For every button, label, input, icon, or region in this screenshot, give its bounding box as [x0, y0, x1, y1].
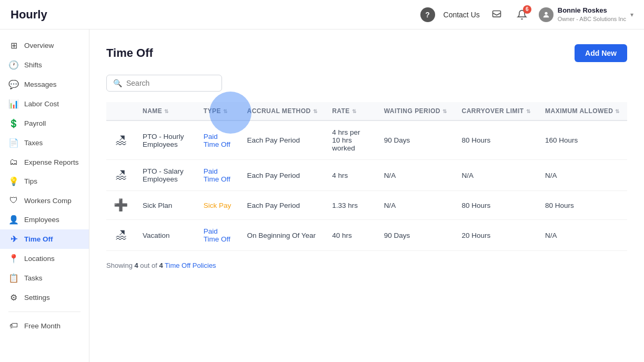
- sidebar-label-messages: Messages: [24, 81, 57, 88]
- row-type: Paid Time Off: [196, 220, 240, 251]
- row-rate: 4 hrs: [325, 160, 376, 191]
- row-carryover-limit: 80 Hours: [455, 191, 538, 220]
- messages-button[interactable]: [488, 6, 505, 23]
- sidebar-item-shifts[interactable]: 🕐Shifts: [0, 55, 89, 75]
- row-waiting-period: N/A: [377, 191, 455, 220]
- sidebar-label-workers-comp: Workers Comp: [24, 197, 72, 205]
- notifications-button[interactable]: 6: [514, 6, 530, 23]
- sidebar-item-overview[interactable]: ⊞Overview: [0, 36, 89, 55]
- footer-count: Showing 4 out of 4 Time Off Policies: [106, 262, 627, 269]
- user-info: Bonnie Roskes Owner - ABC Solutions Inc: [558, 6, 626, 23]
- user-menu[interactable]: Bonnie Roskes Owner - ABC Solutions Inc …: [539, 6, 633, 23]
- sidebar-item-messages[interactable]: 💬Messages: [0, 75, 89, 94]
- sidebar-icon-workers-comp: 🛡: [8, 196, 19, 205]
- col-maximum_allowed[interactable]: MAXIMUM ALLOWED⇅: [538, 102, 627, 120]
- app-header: Hourly ? Contact Us 6 Bonnie Roskes Owne…: [0, 0, 644, 29]
- row-waiting-period: 90 Days: [377, 120, 455, 160]
- user-org: Owner - ABC Solutions Inc: [558, 15, 626, 23]
- sidebar-icon-labor-cost: 📊: [8, 99, 19, 109]
- notification-badge: 6: [523, 5, 531, 14]
- sidebar-item-tasks[interactable]: 📋Tasks: [0, 268, 89, 288]
- sidebar-label-locations: Locations: [24, 255, 55, 263]
- row-accrual-method: On Beginning Of Year: [240, 220, 325, 251]
- sidebar-icon-settings: ⚙: [8, 293, 19, 303]
- sidebar-item-employees[interactable]: 👤Employees: [0, 210, 89, 229]
- page-title-row: Time Off Add New: [106, 44, 627, 62]
- sidebar-item-time-off[interactable]: ✈Time Off: [0, 229, 89, 249]
- col-icon: [106, 102, 135, 120]
- row-icon: 🏖: [115, 228, 127, 242]
- row-icon: 🏖: [115, 134, 127, 147]
- row-type: Sick Pay: [196, 191, 240, 220]
- main-content: Time Off Add New 🔍 NAME⇅TYPE⇅ACCRUAL MET…: [89, 29, 644, 362]
- sidebar-item-workers-comp[interactable]: 🛡Workers Comp: [0, 191, 89, 210]
- contact-us-link[interactable]: Contact Us: [444, 11, 480, 19]
- row-icon-cell: ➕: [106, 191, 135, 220]
- table-row[interactable]: 🏖VacationPaid Time OffOn Beginning Of Ye…: [106, 220, 627, 251]
- sidebar-label-free-month: Free Month: [24, 322, 61, 330]
- row-waiting-period: 90 Days: [377, 220, 455, 251]
- time-off-table: NAME⇅TYPE⇅ACCRUAL METHOD⇅RATE⇅WAITING PE…: [106, 102, 627, 251]
- add-new-button[interactable]: Add New: [575, 44, 627, 62]
- row-rate: 1.33 hrs: [325, 191, 376, 220]
- sidebar-label-taxes: Taxes: [24, 139, 43, 147]
- search-bar: 🔍: [106, 75, 222, 92]
- row-carryover-limit: 20 Hours: [455, 220, 538, 251]
- sidebar-item-expense-reports[interactable]: 🗂Expense Reports: [0, 153, 89, 172]
- row-rate: 40 hrs: [325, 220, 376, 251]
- col-type[interactable]: TYPE⇅: [196, 102, 240, 120]
- table-row[interactable]: 🏖PTO - Salary EmployeesPaid Time OffEach…: [106, 160, 627, 191]
- sidebar-item-taxes[interactable]: 📄Taxes: [0, 133, 89, 153]
- sidebar-icon-taxes: 📄: [8, 138, 19, 148]
- help-icon[interactable]: ?: [420, 7, 435, 22]
- user-name: Bonnie Roskes: [558, 6, 626, 15]
- sidebar-label-employees: Employees: [24, 216, 59, 224]
- sidebar-label-time-off: Time Off: [24, 235, 53, 243]
- row-name: Vacation: [135, 220, 196, 251]
- table-row[interactable]: ➕Sick PlanSick PayEach Pay Period1.33 hr…: [106, 191, 627, 220]
- sidebar-icon-shifts: 🕐: [8, 60, 19, 70]
- col-name[interactable]: NAME⇅: [135, 102, 196, 120]
- header-right: ? Contact Us 6 Bonnie Roskes Owner - ABC…: [420, 6, 633, 23]
- search-icon: 🔍: [113, 79, 122, 87]
- table-row[interactable]: 🏖PTO - Hourly EmployeesPaid Time OffEach…: [106, 120, 627, 160]
- sidebar-label-tips: Tips: [24, 177, 37, 185]
- sidebar-icon-time-off: ✈: [8, 234, 19, 244]
- row-maximum-allowed: N/A: [538, 220, 627, 251]
- user-chevron: ▾: [630, 11, 633, 18]
- row-accrual-method: Each Pay Period: [240, 160, 325, 191]
- sidebar-item-settings[interactable]: ⚙Settings: [0, 288, 89, 307]
- time-off-table-container: NAME⇅TYPE⇅ACCRUAL METHOD⇅RATE⇅WAITING PE…: [106, 102, 627, 251]
- main-layout: ⊞Overview🕐Shifts💬Messages📊Labor Cost💲Pay…: [0, 29, 644, 362]
- col-waiting_period[interactable]: WAITING PERIOD⇅: [377, 102, 455, 120]
- sidebar-label-labor-cost: Labor Cost: [24, 100, 59, 108]
- sidebar-icon-overview: ⊞: [8, 41, 19, 51]
- col-rate[interactable]: RATE⇅: [325, 102, 376, 120]
- sidebar-icon-locations: 📍: [8, 254, 19, 264]
- row-icon: 🏖: [115, 168, 127, 182]
- sidebar-icon-tasks: 📋: [8, 273, 19, 283]
- row-name: Sick Plan: [135, 191, 196, 220]
- sidebar-item-labor-cost[interactable]: 📊Labor Cost: [0, 94, 89, 114]
- sidebar-item-payroll[interactable]: 💲Payroll: [0, 114, 89, 133]
- user-avatar: [539, 7, 554, 22]
- row-type: Paid Time Off: [196, 120, 240, 160]
- row-rate: 4 hrs per 10 hrs worked: [325, 120, 376, 160]
- sidebar-label-tasks: Tasks: [24, 274, 43, 282]
- sidebar-icon-messages: 💬: [8, 79, 19, 89]
- row-icon: ➕: [114, 198, 128, 212]
- row-maximum-allowed: N/A: [538, 160, 627, 191]
- sidebar-item-tips[interactable]: 💡Tips: [0, 172, 89, 191]
- search-input[interactable]: [126, 79, 215, 87]
- sidebar-icon-tips: 💡: [8, 176, 19, 186]
- col-carryover_limit[interactable]: CARRYOVER LIMIT⇅: [455, 102, 538, 120]
- row-name: PTO - Salary Employees: [135, 160, 196, 191]
- sidebar-item-locations[interactable]: 📍Locations: [0, 249, 89, 268]
- sidebar-item-free-month[interactable]: 🏷Free Month: [0, 316, 89, 335]
- sidebar-icon-expense-reports: 🗂: [8, 157, 19, 167]
- sidebar-icon-free-month: 🏷: [8, 321, 19, 330]
- row-name: PTO - Hourly Employees: [135, 120, 196, 160]
- row-accrual-method: Each Pay Period: [240, 191, 325, 220]
- sidebar-label-expense-reports: Expense Reports: [24, 158, 79, 166]
- col-accrual_method[interactable]: ACCRUAL METHOD⇅: [240, 102, 325, 120]
